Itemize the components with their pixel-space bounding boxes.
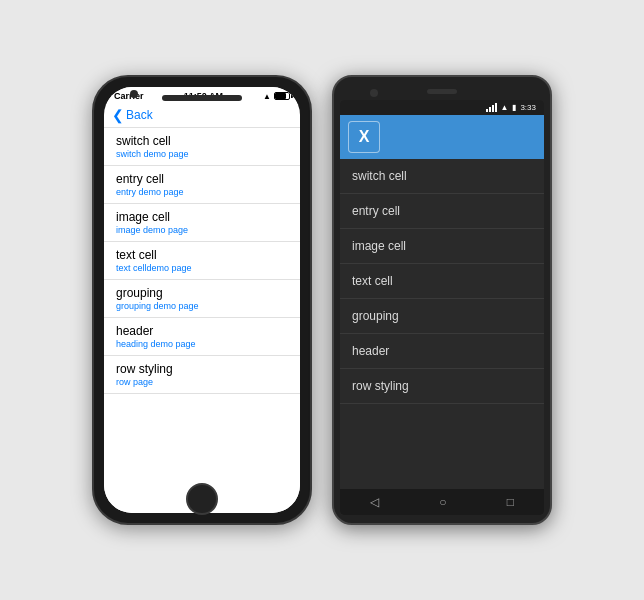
ios-item-subtitle: text celldemo page: [116, 263, 288, 273]
android-list-item[interactable]: text cell: [340, 264, 544, 299]
android-list-item[interactable]: image cell: [340, 229, 544, 264]
ios-list-item[interactable]: switch cell switch demo page: [104, 128, 300, 166]
ios-item-subtitle: image demo page: [116, 225, 288, 235]
android-list: switch cellentry cellimage celltext cell…: [340, 159, 544, 489]
ios-item-title: switch cell: [116, 134, 288, 148]
ios-list: switch cell switch demo page entry cell …: [104, 128, 300, 513]
android-top-bar: [340, 85, 544, 100]
iphone-home-button[interactable]: [186, 483, 218, 515]
android-list-item[interactable]: grouping: [340, 299, 544, 334]
android-status-bar: ▲ ▮ 3:33: [340, 100, 544, 115]
android-app-icon: X: [348, 121, 380, 153]
android-home-button[interactable]: ○: [439, 495, 446, 509]
battery-icon: [274, 92, 290, 100]
ios-item-title: header: [116, 324, 288, 338]
android-list-item[interactable]: row styling: [340, 369, 544, 404]
android-device: ▲ ▮ 3:33 X switch cellentry cellimage ce…: [332, 75, 552, 525]
ios-nav-bar: ❮ Back: [104, 103, 300, 128]
iphone-camera: [130, 90, 138, 98]
wifi-icon-android: ▲: [501, 103, 509, 112]
iphone-device: Carrier 11:50 AM ▲ ❮ Back switch cel: [92, 75, 312, 525]
back-button[interactable]: ❮ Back: [112, 107, 153, 123]
signal-icon: [486, 103, 497, 112]
android-bottom-bar: ◁ ○ □: [340, 489, 544, 515]
ios-item-title: image cell: [116, 210, 288, 224]
wifi-icon: ▲: [263, 92, 271, 101]
ios-list-item[interactable]: text cell text celldemo page: [104, 242, 300, 280]
ios-item-subtitle: switch demo page: [116, 149, 288, 159]
android-back-button[interactable]: ◁: [370, 495, 379, 509]
devices-container: Carrier 11:50 AM ▲ ❮ Back switch cel: [82, 65, 562, 535]
ios-list-item[interactable]: row styling row page: [104, 356, 300, 394]
app-logo-icon: X: [359, 128, 370, 146]
carrier-label: Carrier: [114, 91, 144, 101]
ios-item-title: entry cell: [116, 172, 288, 186]
ios-item-title: text cell: [116, 248, 288, 262]
android-recent-button[interactable]: □: [507, 495, 514, 509]
ios-list-item[interactable]: entry cell entry demo page: [104, 166, 300, 204]
ios-item-title: grouping: [116, 286, 288, 300]
android-time: 3:33: [520, 103, 536, 112]
android-screen: ▲ ▮ 3:33 X switch cellentry cellimage ce…: [340, 100, 544, 515]
iphone-speaker: [162, 95, 242, 101]
ios-status-right: ▲: [263, 92, 290, 101]
ios-list-item[interactable]: grouping grouping demo page: [104, 280, 300, 318]
android-list-item[interactable]: header: [340, 334, 544, 369]
ios-item-subtitle: grouping demo page: [116, 301, 288, 311]
ios-item-title: row styling: [116, 362, 288, 376]
android-app-header: X: [340, 115, 544, 159]
ios-list-item[interactable]: image cell image demo page: [104, 204, 300, 242]
ios-item-subtitle: row page: [116, 377, 288, 387]
android-speaker: [427, 89, 457, 94]
ios-list-item[interactable]: header heading demo page: [104, 318, 300, 356]
android-camera: [370, 89, 378, 97]
iphone-screen: Carrier 11:50 AM ▲ ❮ Back switch cel: [104, 87, 300, 513]
ios-item-subtitle: heading demo page: [116, 339, 288, 349]
android-list-item[interactable]: entry cell: [340, 194, 544, 229]
back-label: Back: [126, 108, 153, 122]
battery-icon-android: ▮: [512, 103, 516, 112]
back-chevron-icon: ❮: [112, 107, 124, 123]
android-list-item[interactable]: switch cell: [340, 159, 544, 194]
ios-item-subtitle: entry demo page: [116, 187, 288, 197]
